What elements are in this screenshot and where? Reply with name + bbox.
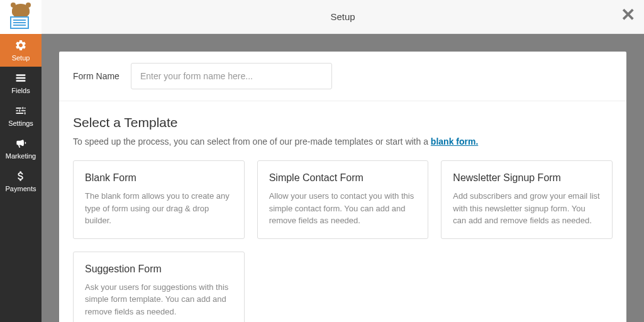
sidebar-item-payments[interactable]: Payments <box>0 165 42 197</box>
form-name-row: Form Name <box>59 52 626 101</box>
sidebar-item-setup[interactable]: Setup <box>0 34 42 67</box>
logo <box>0 0 42 34</box>
sidebar-item-label: Marketing <box>6 152 36 160</box>
template-card-desc: The blank form allows you to create any … <box>85 190 233 227</box>
template-card-title: Newsletter Signup Form <box>453 172 601 184</box>
sliders-icon <box>14 104 27 117</box>
form-name-label: Form Name <box>73 71 131 81</box>
sidebar-item-label: Fields <box>11 87 30 94</box>
sidebar-item-settings[interactable]: Settings <box>0 99 42 132</box>
svg-rect-2 <box>16 80 26 81</box>
close-button[interactable]: ✕ <box>621 6 635 24</box>
svg-rect-0 <box>16 74 26 76</box>
sidebar-item-fields[interactable]: Fields <box>0 67 42 99</box>
template-heading: Select a Template <box>73 115 613 130</box>
sidebar-item-label: Setup <box>12 54 30 62</box>
template-section: Select a Template To speed up the proces… <box>59 101 626 322</box>
template-card-suggestion[interactable]: Suggestion Form Ask your users for sugge… <box>73 252 245 323</box>
svg-rect-1 <box>16 77 26 79</box>
megaphone-icon <box>14 137 27 150</box>
blank-form-link[interactable]: blank form. <box>431 136 478 147</box>
header: Setup ✕ <box>42 0 644 34</box>
dollar-icon <box>14 170 27 182</box>
template-card-desc: Ask your users for suggestions with this… <box>85 281 233 318</box>
close-icon: ✕ <box>621 5 635 25</box>
templates-grid: Blank Form The blank form allows you to … <box>73 160 613 322</box>
form-name-input[interactable] <box>131 63 332 89</box>
sidebar: Setup Fields Settings Marketing Payments <box>0 0 42 322</box>
wpforms-logo-icon <box>8 4 34 30</box>
content: Form Name Select a Template To speed up … <box>59 52 626 322</box>
template-card-title: Simple Contact Form <box>269 172 417 184</box>
sidebar-item-label: Settings <box>8 119 33 127</box>
template-card-title: Blank Form <box>85 172 233 184</box>
template-card-simple-contact[interactable]: Simple Contact Form Allow your users to … <box>257 160 429 239</box>
template-card-newsletter[interactable]: Newsletter Signup Form Add subscribers a… <box>441 160 613 239</box>
main-area: Setup ✕ Form Name Select a Template To s… <box>42 0 644 322</box>
template-card-blank[interactable]: Blank Form The blank form allows you to … <box>73 160 245 239</box>
template-card-desc: Add subscribers and grow your email list… <box>453 190 601 227</box>
template-card-title: Suggestion Form <box>85 264 233 275</box>
sidebar-item-label: Payments <box>6 185 36 192</box>
page-title: Setup <box>330 11 355 22</box>
sidebar-item-marketing[interactable]: Marketing <box>0 132 42 165</box>
gear-icon <box>14 39 27 52</box>
content-wrap: Form Name Select a Template To speed up … <box>42 34 644 322</box>
fields-icon <box>14 72 27 84</box>
template-description: To speed up the process, you can select … <box>73 136 613 147</box>
template-card-desc: Allow your users to contact you with thi… <box>269 190 417 227</box>
